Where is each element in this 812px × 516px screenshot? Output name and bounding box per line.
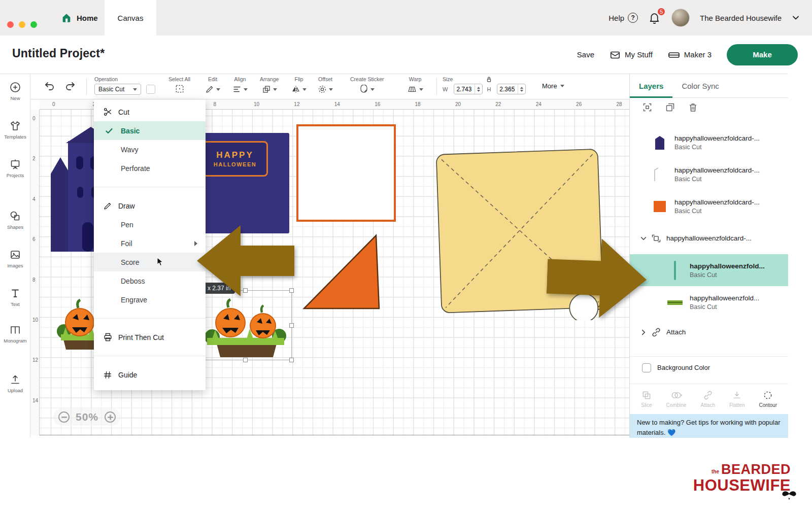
make-button[interactable]: Make [727,44,798,65]
chevron-right-icon[interactable] [640,329,647,336]
zoom-out-button[interactable] [58,411,70,423]
tab-color-sync[interactable]: Color Sync [672,74,728,98]
sticker-icon [359,85,368,94]
height-stepper[interactable] [518,84,525,94]
menu-item-perforate[interactable]: Perforate [94,159,206,178]
tab-home[interactable]: Home [52,0,107,36]
tab-layers[interactable]: Layers [630,74,672,98]
layer-row-1[interactable]: happyhalloweenzfoldcard-...Basic Cut [630,126,788,158]
sidebar-item-text[interactable]: Text [0,287,30,307]
zoom-control: 50% [53,408,121,426]
layer-row-grass[interactable]: happyhalloweenzfold...Basic Cut [630,286,788,318]
menu-item-engrave[interactable]: Engrave [94,290,206,309]
sidebar-item-new[interactable]: New [0,81,30,101]
zoom-in-button[interactable] [105,411,116,423]
layer-thumbnail-card [652,135,667,150]
menu-item-deboss[interactable]: Deboss [94,271,206,290]
design-canvas[interactable]: 0246810121416182022242628 02468101214 [30,99,629,437]
tab-canvas[interactable]: Canvas [105,0,156,36]
my-stuff-button[interactable]: My Stuff [610,49,653,60]
width-input[interactable] [454,84,483,94]
align-button[interactable]: Align [232,76,248,95]
select-all-button[interactable]: Select All [168,76,190,94]
arrange-button[interactable]: Arrange [260,76,279,95]
attach-button[interactable]: Attach [701,390,715,408]
layer-group-row[interactable]: happyhalloweenzfoldcard-... [630,222,788,254]
duplicate-icon[interactable] [665,102,675,113]
chevron-down-icon[interactable] [792,14,800,22]
multi-select-icon[interactable] [642,102,653,113]
layer-row-2[interactable]: happyhalloweenzfoldcard-...Basic Cut [630,158,788,190]
save-button[interactable]: Save [577,50,594,59]
sidebar-item-monogram[interactable]: Monogram [0,324,30,343]
trash-icon[interactable] [688,102,698,113]
paperclip-icon [703,390,713,400]
offset-button[interactable]: Offset [318,76,333,95]
edit-button[interactable]: Edit [205,76,220,95]
menu-item-score[interactable]: Score [94,253,206,271]
sidebar-item-images[interactable]: Images [0,249,30,268]
undo-button[interactable] [44,80,56,92]
text-icon [9,287,21,299]
flatten-button[interactable]: Flatten [729,390,745,408]
menu-item-cut[interactable]: Cut [94,102,206,121]
save-label: Save [577,50,594,59]
combine-button[interactable]: Combine [666,390,687,408]
help-button[interactable]: Help ? [608,13,638,23]
close-window-button[interactable] [7,21,14,28]
contour-button[interactable]: Contour [759,390,777,408]
machine-select[interactable]: Maker 3 [668,49,712,61]
menu-item-print-then-cut[interactable]: Print Then Cut [94,328,206,347]
selection-bounding-box[interactable] [199,290,292,360]
bearded-housewife-logo: the BEARDED HOUSEWIFE [693,463,791,493]
width-stepper[interactable] [475,84,482,94]
menu-item-wavy[interactable]: Wavy [94,140,206,159]
resize-handle-se[interactable] [289,358,294,362]
happy-halloween-sign[interactable]: HAPPY HALLOWEEN [202,141,268,177]
window-titlebar: Home Canvas Help ? 5 The Bearded Housewi… [0,0,812,36]
warp-icon [407,85,417,94]
sign-line2: HALLOWEEN [214,161,256,167]
resize-handle-s[interactable] [243,358,248,362]
more-button[interactable]: More [542,82,564,90]
menu-item-guide[interactable]: Guide [94,365,206,384]
background-color-checkbox[interactable] [642,363,651,372]
upload-icon [9,373,21,386]
sidebar-item-shapes[interactable]: Shapes [0,210,30,230]
menu-item-pen[interactable]: Pen [94,215,206,234]
operation-dropdown[interactable]: Basic Cut [94,84,141,95]
arrange-icon [262,85,271,94]
panel-tabs: Layers Color Sync [630,74,788,98]
slice-icon [641,390,652,400]
menu-item-foil[interactable]: Foil [94,234,206,253]
white-square-shape[interactable] [296,124,396,222]
flip-button[interactable]: Flip [291,76,307,95]
sidebar-item-upload[interactable]: Upload [0,373,30,393]
redo-button[interactable] [64,80,76,92]
sidebar-item-templates[interactable]: Templates [0,120,30,140]
maximize-window-button[interactable] [30,21,37,28]
notifications-button[interactable]: 5 [648,11,661,24]
slice-button[interactable]: Slice [641,390,652,408]
orange-triangle-shape[interactable] [302,233,383,311]
project-title: Untitled Project* [12,47,105,60]
layer-row-3[interactable]: happyhalloweenzfoldcard-...Basic Cut [630,190,788,222]
tips-banner[interactable]: New to making? Get tips for working with… [630,414,788,438]
sidebar-item-projects[interactable]: Projects [0,158,30,178]
avatar[interactable] [671,9,690,27]
height-input[interactable] [497,84,526,94]
select-all-icon [175,84,185,94]
menu-item-basic[interactable]: Basic [94,121,206,140]
background-color-label: Background Color [657,364,710,371]
minimize-window-button[interactable] [19,21,25,28]
layer-row-selected[interactable]: happyhalloweenzfold...Basic Cut [630,254,788,286]
size-lock-button[interactable] [485,76,493,83]
menu-item-draw[interactable]: Draw [94,196,206,215]
attach-group-row[interactable]: Attach [630,318,788,346]
linetype-swatch[interactable] [146,85,155,94]
image-icon [9,249,21,261]
create-sticker-button[interactable]: Create Sticker [350,76,384,95]
home-icon [61,12,72,23]
resize-handle-e[interactable] [289,323,294,328]
warp-button[interactable]: Warp [407,76,423,95]
